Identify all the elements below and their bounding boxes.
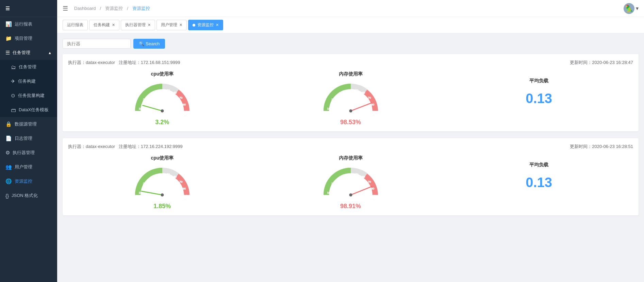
- svg-text:10: 10: [327, 191, 330, 194]
- sidebar-item-task-build[interactable]: ✈ 任务构建: [0, 74, 57, 88]
- sidebar: ☰ 📊 运行报表 📁 项目管理 ☰ 任务管理 ▲ 🗂 任务管理 ✈ 任务构建 ⊙…: [0, 0, 57, 282]
- gauge-cpu-2: cpu使用率 10 20 30 40 50 60 70: [68, 155, 257, 210]
- svg-text:20: 20: [331, 98, 334, 101]
- svg-text:60: 60: [362, 91, 365, 94]
- tab-resource-label: 资源监控: [197, 22, 214, 28]
- svg-text:30: 30: [151, 92, 154, 95]
- gauge-mem-2-svg: 10 20 30 40 50 60 70 80 90 100: [320, 164, 381, 201]
- search-input[interactable]: [63, 39, 131, 49]
- sidebar-label-task: 任务管理: [13, 50, 30, 56]
- monitor-update-1: 更新时间：2020-06-23 16:28:47: [570, 60, 633, 66]
- sidebar-item-resource[interactable]: 🌐 资源监控: [0, 174, 57, 188]
- svg-point-11: [161, 110, 164, 113]
- svg-text:100: 100: [370, 198, 375, 201]
- sidebar-item-project[interactable]: 📁 项目管理: [0, 31, 57, 46]
- tab-reports[interactable]: 运行报表: [63, 20, 88, 30]
- svg-text:40: 40: [161, 89, 164, 92]
- avg-load-1-value: 0.13: [526, 91, 552, 106]
- sidebar-item-log[interactable]: 📄 日志管理: [0, 131, 57, 146]
- tab-executor-mgr[interactable]: 执行器管理 ✕: [121, 20, 155, 30]
- datax-tpl-icon: 🗃: [11, 107, 16, 113]
- sidebar-item-datax-tpl[interactable]: 🗃 DataX任务模板: [0, 103, 57, 117]
- svg-text:70: 70: [179, 96, 182, 99]
- breadcrumb-home: Dashboard: [74, 6, 96, 11]
- sidebar-item-task-mgr[interactable]: 🗂 任务管理: [0, 60, 57, 74]
- svg-text:40: 40: [161, 173, 164, 176]
- sidebar-label-json: JSON 格式化: [12, 193, 38, 199]
- monitor-header-2: 执行器：datax-executor 注册地址：172.16.224.192:9…: [68, 144, 633, 150]
- json-icon: {}: [5, 193, 9, 199]
- svg-text:100: 100: [181, 114, 186, 117]
- monitor-update-2: 更新时间：2020-06-23 16:28:51: [570, 144, 633, 150]
- task-submenu: 🗂 任务管理 ✈ 任务构建 ⊙ 任务批量构建 🗃 DataX任务模板: [0, 60, 57, 117]
- sidebar-label-datax-tpl: DataX任务模板: [19, 107, 49, 113]
- tab-task-build-close[interactable]: ✕: [112, 23, 115, 27]
- avatar[interactable]: 🦜: [624, 3, 634, 14]
- resource-icon: 🌐: [5, 178, 12, 184]
- gauge-cpu-1-title: cpu使用率: [151, 71, 174, 77]
- tab-executor-mgr-label: 执行器管理: [125, 22, 146, 28]
- task-icon: ☰: [5, 50, 10, 56]
- tabs-bar: 运行报表 任务构建 ✕ 执行器管理 ✕ 用户管理 ✕ 资源监控 ✕: [57, 17, 644, 33]
- svg-text:90: 90: [184, 194, 187, 197]
- gauge-cpu-2-value: 1.85%: [153, 203, 171, 210]
- monitor-info-1: 执行器：datax-executor 注册地址：172.16.68.151:99…: [68, 60, 180, 66]
- svg-text:20: 20: [143, 98, 146, 101]
- avg-load-2-value: 0.13: [526, 175, 552, 190]
- tab-resource-close[interactable]: ✕: [216, 23, 219, 27]
- hamburger-icon[interactable]: ☰: [63, 5, 68, 12]
- sidebar-item-task[interactable]: ☰ 任务管理 ▲: [0, 46, 57, 60]
- sidebar-item-user[interactable]: 👥 用户管理: [0, 160, 57, 174]
- svg-text:80: 80: [183, 187, 186, 190]
- tab-executor-mgr-close[interactable]: ✕: [148, 23, 151, 27]
- gauge-cpu-2-svg: 10 20 30 40 50 60 70 80 90 100: [132, 164, 193, 201]
- avg-load-2-title: 平均负载: [529, 162, 548, 168]
- tab-user-mgr[interactable]: 用户管理 ✕: [156, 20, 187, 30]
- main-area: ☰ Dashboard / 资源监控 / 资源监控 🦜 ▾ 运行报表 任务构建 …: [57, 0, 644, 282]
- tab-resource[interactable]: 资源监控 ✕: [188, 20, 223, 30]
- sidebar-item-executor[interactable]: ⚙ 执行器管理: [0, 146, 57, 160]
- gauge-mem-1-title: 内存使用率: [339, 71, 363, 77]
- tab-task-build[interactable]: 任务构建 ✕: [89, 20, 119, 30]
- sidebar-label-project: 项目管理: [15, 35, 32, 42]
- svg-text:100: 100: [370, 114, 375, 117]
- gauge-mem-1-value: 98.53%: [340, 119, 361, 126]
- svg-text:20: 20: [143, 182, 146, 185]
- svg-text:90: 90: [372, 110, 375, 113]
- tab-task-build-label: 任务构建: [94, 22, 110, 28]
- task-mgr-icon: 🗂: [11, 64, 16, 70]
- svg-text:20: 20: [331, 182, 334, 185]
- breadcrumb-parent: 资源监控: [105, 5, 123, 12]
- svg-point-35: [161, 194, 164, 197]
- sidebar-item-datasource[interactable]: 🔒 数据源管理: [0, 117, 57, 131]
- svg-text:40: 40: [349, 89, 352, 92]
- svg-text:90: 90: [184, 110, 187, 113]
- svg-text:50: 50: [167, 89, 170, 92]
- monitor-gauges-2: cpu使用率 10 20 30 40 50 60 70: [68, 155, 633, 210]
- search-button[interactable]: 🔍 Search: [133, 39, 165, 49]
- sidebar-item-task-batch[interactable]: ⊙ 任务批量构建: [0, 88, 57, 103]
- breadcrumb-sep2: /: [127, 6, 128, 11]
- svg-text:60: 60: [174, 175, 177, 178]
- svg-text:50: 50: [167, 173, 170, 176]
- svg-point-47: [349, 194, 352, 197]
- sidebar-label-user: 用户管理: [15, 164, 32, 170]
- tab-user-mgr-close[interactable]: ✕: [179, 23, 182, 27]
- svg-text:80: 80: [183, 103, 186, 106]
- search-btn-icon: 🔍: [139, 41, 144, 46]
- log-icon: 📄: [5, 135, 12, 142]
- user-icon: 👥: [5, 164, 12, 170]
- search-btn-label: Search: [146, 41, 160, 46]
- content: 🔍 Search 执行器：datax-executor 注册地址：172.16.…: [57, 33, 644, 282]
- svg-text:80: 80: [371, 187, 374, 190]
- avg-load-1: 平均负载 0.13: [445, 71, 633, 106]
- gauge-mem-2-title: 内存使用率: [339, 155, 363, 161]
- svg-text:50: 50: [355, 173, 358, 176]
- sidebar-item-reports[interactable]: 📊 运行报表: [0, 17, 57, 31]
- gauge-mem-2-value: 98.91%: [340, 203, 361, 210]
- logo-text: ☰: [5, 6, 10, 11]
- sidebar-label-reports: 运行报表: [15, 21, 32, 27]
- sidebar-item-json[interactable]: {} JSON 格式化: [0, 188, 57, 203]
- svg-text:30: 30: [339, 176, 342, 179]
- svg-text:60: 60: [174, 91, 177, 94]
